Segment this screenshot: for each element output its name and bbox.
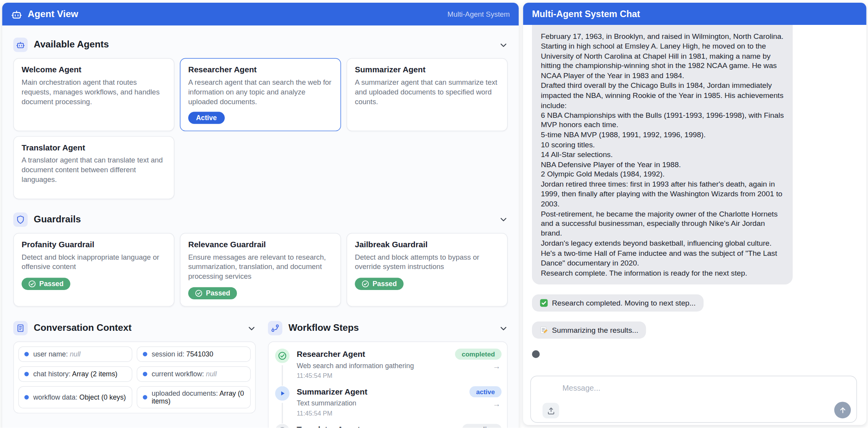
context-text: chat history: Array (2 items): [33, 370, 117, 378]
agent-description: Main orchestration agent that routes req…: [22, 77, 166, 107]
chevron-down-icon[interactable]: [499, 41, 508, 49]
available-agents-header: Available Agents: [13, 38, 508, 52]
agent-name: Translator Agent: [22, 143, 166, 152]
bullet-dot: [143, 372, 147, 376]
bullet-dot: [24, 352, 29, 356]
status-message-bubble: Research completed. Moving to next step.…: [532, 295, 704, 312]
step-status-badge: active: [469, 386, 502, 397]
available-agents-section: Available Agents Welcome Agent Main orch…: [13, 38, 508, 199]
conversation-context-title: Conversation Context: [34, 323, 131, 334]
workflow-card: Researcher Agent completed Web search an…: [268, 342, 508, 428]
workflow-steps-list: Researcher Agent completed Web search an…: [275, 349, 501, 428]
conversation-context-header: Conversation Context: [13, 321, 256, 335]
chevron-down-icon[interactable]: [499, 324, 508, 332]
agent-card[interactable]: Summarizer Agent A summarizer agent that…: [346, 58, 508, 131]
context-key: chat history:: [33, 370, 70, 378]
status-badge: Passed: [188, 287, 237, 299]
check-emoji-icon: [540, 299, 548, 307]
step-name: Summarizer Agent: [297, 388, 368, 397]
context-key: current workflow:: [152, 370, 204, 378]
step-description: Text summarization: [297, 400, 502, 407]
agent-description: A research agent that can search the web…: [188, 77, 333, 107]
agent-description: A translator agent that can translate te…: [22, 155, 166, 184]
status-label: Passed: [373, 280, 397, 288]
workflow-step[interactable]: Translator Agent pending Language transl…: [275, 424, 501, 428]
bullet-dot: [143, 352, 147, 356]
step-status-icon: [275, 386, 289, 401]
workflow-steps-header: Workflow Steps: [268, 321, 508, 335]
message-input[interactable]: [531, 376, 856, 422]
context-entry: current workflow: null: [137, 367, 251, 382]
send-icon: [838, 406, 847, 414]
agent-card[interactable]: Welcome Agent Main orchestration agent t…: [13, 58, 174, 131]
step-timestamp: 11:45:54 PM: [297, 410, 502, 417]
step-name: Researcher Agent: [297, 350, 365, 359]
chat-header: Multi-Agent System Chat: [523, 3, 866, 25]
context-value: 7541030: [186, 350, 213, 358]
upload-button[interactable]: [542, 403, 559, 418]
chevron-down-icon[interactable]: [247, 324, 256, 332]
message-composer: [530, 376, 857, 423]
header-subtitle: Multi-Agent System: [448, 10, 510, 18]
context-text: user name: null: [33, 350, 80, 358]
step-timestamp: 11:45:54 PM: [297, 372, 502, 379]
context-value: Array (2 items): [72, 370, 117, 378]
agent-description: A summarizer agent that can summarize te…: [355, 77, 499, 107]
workflow-step[interactable]: Summarizer Agent active Text summarizati…: [275, 386, 501, 424]
step-status-icon: [275, 349, 289, 363]
workflow-steps-section: Workflow Steps: [268, 321, 508, 428]
chat-body: February 17, 1963, in Brooklyn, and rais…: [523, 25, 866, 425]
typing-indicator-dot: [532, 351, 540, 358]
context-key: user name:: [33, 350, 68, 358]
status-badge: Passed: [355, 278, 403, 290]
step-name: Translator Agent: [297, 425, 360, 428]
agent-card[interactable]: Researcher Agent A research agent that c…: [180, 58, 341, 131]
context-entry: chat history: Array (2 items): [18, 367, 132, 382]
context-text: session id: 7541030: [152, 350, 213, 358]
check-circle-icon: [28, 280, 36, 288]
agent-name: Researcher Agent: [188, 65, 333, 74]
check-circle-icon: [362, 280, 369, 288]
upload-icon: [547, 407, 555, 415]
guardrail-card: Relevance Guardrail Ensure messages are …: [180, 233, 341, 307]
check-circle-icon: [278, 351, 287, 360]
chevron-down-icon[interactable]: [499, 215, 508, 224]
chat-panel: Multi-Agent System Chat February 17, 196…: [523, 3, 866, 425]
step-status-badge: completed: [455, 349, 502, 360]
guardrails-title: Guardrails: [34, 214, 81, 225]
robot-icon: [13, 38, 28, 52]
robot-icon: [11, 9, 22, 19]
memo-emoji-icon: [540, 326, 548, 334]
document-icon: [13, 321, 28, 335]
guardrails-section: Guardrails Profanity Guardrail Detect an…: [13, 212, 508, 307]
play-icon: [278, 389, 287, 398]
status-messages: Research completed. Moving to next step.…: [532, 295, 858, 339]
agent-card[interactable]: Translator Agent A translator agent that…: [13, 136, 174, 199]
agent-view-body: Available Agents Welcome Agent Main orch…: [2, 25, 519, 428]
status-message-bubble: Summarizing the results...: [532, 321, 646, 339]
guardrail-card: Jailbreak Guardrail Detect and block att…: [346, 233, 508, 307]
guardrail-description: Ensure messages are relevant to research…: [188, 252, 333, 281]
agent-name: Summarizer Agent: [355, 65, 499, 74]
guardrails-grid: Profanity Guardrail Detect and block ina…: [13, 233, 508, 307]
agent-view-header: Agent View Multi-Agent System: [2, 3, 519, 25]
workflow-icon: [268, 321, 282, 335]
context-key: workflow data:: [33, 393, 77, 401]
context-value: null: [70, 350, 80, 358]
arrow-right-icon[interactable]: →: [493, 400, 500, 409]
bullet-dot: [24, 395, 29, 400]
workflow-step[interactable]: Researcher Agent completed Web search an…: [275, 349, 501, 386]
assistant-message-bubble: February 17, 1963, in Brooklyn, and rais…: [532, 25, 793, 285]
context-value: Object (0 keys): [79, 393, 126, 401]
app-root: Agent View Multi-Agent System Available …: [0, 0, 868, 428]
context-card: user name: null session id: 7541030 chat…: [13, 342, 256, 414]
context-text: current workflow: null: [152, 370, 217, 378]
status-message-text: Research completed. Moving to next step.…: [552, 299, 696, 307]
context-entry: user name: null: [18, 346, 132, 362]
guardrail-card: Profanity Guardrail Detect and block ina…: [13, 233, 174, 307]
guardrail-description: Detect and block inappropriate language …: [22, 252, 166, 272]
guardrails-header: Guardrails: [13, 212, 508, 227]
guardrail-name: Relevance Guardrail: [188, 240, 333, 249]
arrow-right-icon[interactable]: →: [493, 362, 500, 371]
send-button[interactable]: [834, 402, 851, 418]
